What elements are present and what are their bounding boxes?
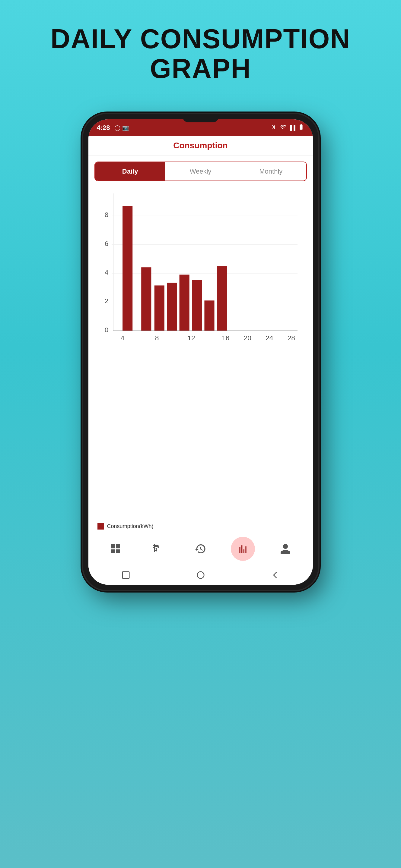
svg-point-21 bbox=[197, 571, 204, 578]
signal-icon: ▐▐ bbox=[288, 125, 295, 130]
svg-text:0: 0 bbox=[105, 326, 108, 334]
page-title: DAILY CONSUMPTION GRAPH bbox=[50, 24, 350, 84]
rupee-icon bbox=[152, 543, 164, 555]
bottom-nav bbox=[88, 532, 313, 565]
svg-text:28: 28 bbox=[287, 334, 295, 342]
svg-text:12: 12 bbox=[188, 334, 195, 342]
phone-screen: 4:28 ◯ 📷 ▐▐ bbox=[88, 119, 313, 585]
chart-bar-icon bbox=[237, 543, 249, 555]
svg-text:6: 6 bbox=[105, 240, 108, 247]
tab-bar[interactable]: Daily Weekly Monthly bbox=[94, 161, 307, 181]
history-icon bbox=[194, 543, 206, 555]
sys-btn-back[interactable] bbox=[269, 569, 282, 581]
svg-rect-20 bbox=[122, 571, 129, 578]
phone-wrapper: 4:28 ◯ 📷 ▐▐ bbox=[83, 114, 318, 590]
dashboard-icon bbox=[110, 543, 122, 555]
legend-label: Consumption(kWh) bbox=[107, 523, 153, 530]
sys-btn-circle[interactable] bbox=[195, 569, 207, 581]
profile-icon bbox=[279, 543, 291, 555]
nav-item-consumption[interactable] bbox=[231, 537, 255, 561]
nav-item-history[interactable] bbox=[188, 537, 212, 561]
nav-item-dashboard[interactable] bbox=[104, 537, 127, 561]
svg-text:20: 20 bbox=[244, 334, 251, 342]
bar-3 bbox=[154, 285, 164, 331]
system-nav-bar bbox=[88, 565, 313, 585]
svg-text:4: 4 bbox=[105, 268, 108, 276]
app-header-title: Consumption bbox=[173, 141, 228, 150]
chart-container: 0 2 4 6 8 bbox=[88, 184, 313, 521]
phone-notch bbox=[182, 114, 219, 122]
legend-color-box bbox=[97, 523, 104, 530]
app-header: Consumption bbox=[88, 136, 313, 156]
bar-2 bbox=[141, 267, 151, 331]
battery-icon bbox=[298, 124, 305, 132]
bar-8 bbox=[217, 266, 227, 331]
svg-text:4: 4 bbox=[120, 334, 124, 342]
nav-item-payment[interactable] bbox=[146, 537, 170, 561]
bar-6 bbox=[192, 280, 202, 331]
bar-7 bbox=[204, 301, 214, 331]
status-icon-circle: ◯ bbox=[114, 124, 120, 131]
sys-btn-square[interactable] bbox=[120, 569, 132, 581]
svg-text:8: 8 bbox=[105, 211, 108, 218]
wifi-icon bbox=[279, 124, 286, 132]
svg-text:8: 8 bbox=[155, 334, 159, 342]
tab-weekly[interactable]: Weekly bbox=[165, 162, 236, 181]
status-time: 4:28 bbox=[97, 124, 110, 132]
consumption-chart: 0 2 4 6 8 bbox=[93, 187, 308, 362]
nav-item-profile[interactable] bbox=[274, 537, 297, 561]
chart-legend: Consumption(kWh) bbox=[88, 521, 313, 532]
svg-text:2: 2 bbox=[105, 297, 108, 305]
svg-text:24: 24 bbox=[265, 334, 273, 342]
tab-daily[interactable]: Daily bbox=[95, 162, 165, 181]
status-icon-image: 📷 bbox=[122, 124, 129, 131]
bar-4 bbox=[167, 283, 177, 331]
tab-monthly[interactable]: Monthly bbox=[236, 162, 306, 181]
bar-5 bbox=[179, 275, 189, 331]
phone-shell: 4:28 ◯ 📷 ▐▐ bbox=[83, 114, 318, 590]
svg-text:16: 16 bbox=[222, 334, 229, 342]
bluetooth-icon bbox=[271, 124, 277, 131]
bar-1 bbox=[122, 206, 133, 331]
